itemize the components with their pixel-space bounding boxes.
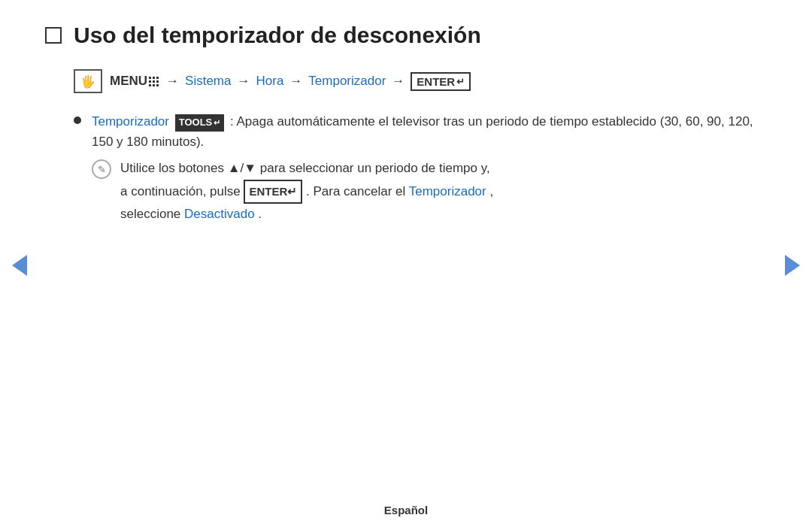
note-enter-box: ENTER ↵ — [244, 180, 302, 204]
arrow-3: → — [289, 74, 302, 89]
nav-hora: Hora — [256, 74, 283, 89]
note-text-4: , — [489, 184, 493, 198]
enter-arrow-icon: ↵ — [456, 76, 465, 87]
bullet-row: Temporizador TOOLS ↵ : Apaga automáticam… — [74, 111, 767, 152]
bullet-term: Temporizador — [92, 114, 169, 129]
note-text-3: . Para cancelar el — [306, 184, 409, 198]
note-row: ✎ Utilice los botones ▲/▼ para seleccion… — [92, 158, 767, 225]
arrow-2: → — [237, 74, 250, 89]
tools-enter-icon: ↵ — [214, 117, 220, 130]
nav-prev-button[interactable] — [9, 255, 30, 276]
note-enter-label: ENTER — [249, 182, 287, 201]
tools-badge: TOOLS ↵ — [175, 114, 225, 132]
note-text-6: . — [258, 207, 262, 221]
note-desactivado: Desactivado — [184, 207, 255, 221]
enter-box: ENTER ↵ — [411, 72, 471, 91]
menu-nav-row: 🖐 MENU → Sistema → Hora → Temporizador →… — [74, 69, 767, 93]
enter-label: ENTER — [417, 75, 455, 88]
menu-label: MENU — [110, 74, 147, 89]
page-title: Uso del temporizador de desconexión — [74, 23, 481, 48]
checkbox-icon — [45, 27, 62, 44]
note-text: Utilice los botones ▲/▼ para seleccionar… — [120, 158, 493, 225]
note-icon: ✎ — [92, 159, 111, 179]
note-temporizador: Temporizador — [409, 184, 486, 198]
prev-arrow-icon — [12, 255, 27, 276]
bullet-text: Temporizador TOOLS ↵ : Apaga automáticam… — [92, 111, 767, 152]
arrow-1: → — [166, 74, 179, 89]
note-text-5: seleccione — [120, 207, 184, 221]
nav-next-button[interactable] — [782, 255, 803, 276]
footer-language: Español — [384, 504, 428, 516]
arrow-4: → — [392, 74, 404, 89]
bullet-dot — [74, 117, 81, 124]
note-enter-arrow: ↵ — [287, 182, 297, 201]
menu-grid-icon — [149, 77, 159, 86]
nav-sistema: Sistema — [185, 74, 231, 89]
nav-temporizador: Temporizador — [308, 74, 386, 89]
note-text-1: Utilice los botones ▲/▼ para seleccionar… — [120, 161, 490, 175]
content-section: Temporizador TOOLS ↵ : Apaga automáticam… — [74, 111, 767, 226]
note-text-2: a continuación, pulse — [120, 184, 244, 198]
footer: Español — [0, 504, 812, 516]
menu-icon: 🖐 — [74, 69, 102, 93]
page-title-row: Uso del temporizador de desconexión — [45, 23, 767, 48]
next-arrow-icon — [785, 255, 800, 276]
